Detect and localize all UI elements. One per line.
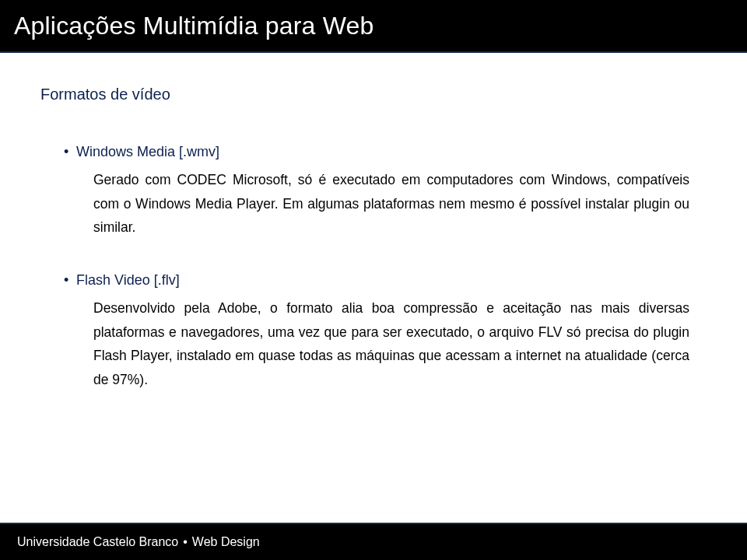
- slide-header: Aplicações Multimídia para Web: [0, 0, 747, 53]
- footer-university: Universidade Castelo Branco: [17, 535, 178, 549]
- footer-separator: •: [183, 535, 188, 549]
- format-item-flv: Flash Video [.flv] Desenvolvido pela Ado…: [40, 272, 697, 392]
- slide-title: Aplicações Multimídia para Web: [14, 12, 374, 40]
- slide-footer: Universidade Castelo Branco • Web Design: [0, 523, 747, 560]
- format-name-wmv: Windows Media [.wmv]: [76, 144, 697, 160]
- format-name-flv: Flash Video [.flv]: [76, 272, 697, 289]
- format-desc-wmv: Gerado com CODEC Microsoft, só é executa…: [76, 168, 697, 240]
- format-desc-flv: Desenvolvido pela Adobe, o formato alia …: [76, 296, 697, 392]
- format-item-wmv: Windows Media [.wmv] Gerado com CODEC Mi…: [40, 144, 697, 240]
- section-title: Formatos de vídeo: [40, 86, 697, 103]
- footer-course: Web Design: [192, 535, 260, 549]
- slide-content: Formatos de vídeo Windows Media [.wmv] G…: [0, 53, 747, 391]
